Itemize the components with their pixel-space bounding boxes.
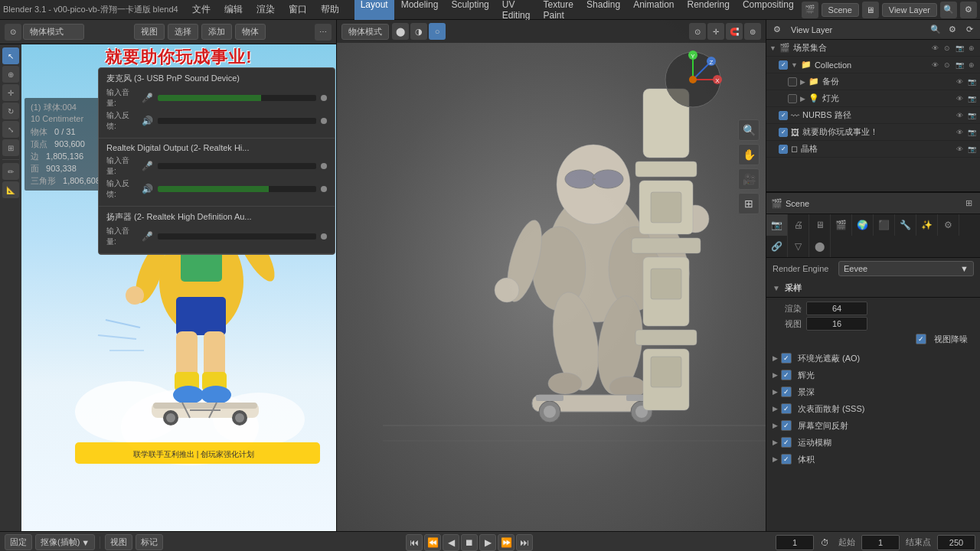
snap-icon[interactable]: 🧲 [726,23,743,40]
step-fwd-btn[interactable]: ▶ [479,534,496,551]
dof-expand-arrow[interactable]: ▶ [773,388,778,396]
volume-expand-arrow[interactable]: ▶ [773,455,778,463]
nurbs-render[interactable]: 📷 [966,110,977,121]
overlay-icon[interactable]: ⊙ [689,23,706,40]
view-layer-props-btn[interactable]: 🖥 [809,214,831,236]
collection-hide[interactable]: 👁 [929,60,940,70]
current-frame-field[interactable]: 1 [776,535,814,550]
interp-dropdown[interactable]: 抠像(插帧) ▼ [35,534,95,550]
measure-tool-icon[interactable]: 📐 [2,181,19,198]
workspace-animation[interactable]: Animation [627,0,680,22]
collection-expand[interactable]: ▼ [791,61,798,69]
playback-mode-dropdown[interactable]: 固定 [5,534,32,550]
lattice-hide[interactable]: 👁 [954,144,965,155]
nurbs-check[interactable]: ✓ [779,111,788,120]
view-layer-dropdown[interactable]: View Layer [882,3,937,17]
filter-icon[interactable]: ⚙ [960,2,977,18]
outliner-filter-icon[interactable]: ⚙ [945,22,960,37]
dof-check[interactable]: ✓ [781,386,792,397]
collection-check[interactable]: ✓ [779,60,788,70]
outliner-lights[interactable]: ▶ 💡 灯光 👁 📷 [766,90,980,107]
lattice-render[interactable]: 📷 [966,144,977,155]
material-props-btn[interactable]: ⬤ [809,236,831,257]
menu-window[interactable]: 窗口 [283,2,313,18]
workspace-rendering[interactable]: Rendering [681,0,736,22]
bloom-expand-arrow[interactable]: ▶ [773,371,778,379]
object-props-btn[interactable]: ⬛ [874,214,895,236]
workspace-sculpting[interactable]: Sculpting [445,0,495,22]
select-tool-icon[interactable]: ↖ [2,47,19,64]
move-tool-icon[interactable]: ✛ [2,84,19,101]
viewport-sample-value[interactable]: 16 [806,317,867,331]
constraints-props-btn[interactable]: 🔗 [766,236,788,257]
sampling-section-toggle[interactable]: ▼ 采样 [766,279,980,298]
backup-check[interactable] [788,77,797,86]
nurbs-hide[interactable]: 👁 [954,110,965,121]
scene-collection-restrict[interactable]: ⊙ [942,43,952,54]
step-back-btn[interactable]: ◀ [443,534,459,551]
audio-input-knob-1[interactable] [321,95,327,101]
proportional-icon[interactable]: ⊚ [744,23,761,40]
audio-device-3[interactable]: 扬声器 (2- Realtek High Definition Au... 输入… [99,207,335,254]
ao-expand-arrow[interactable]: ▶ [773,354,778,362]
add-tab[interactable]: 添加 [201,24,232,40]
scale-tool-icon[interactable]: ⤡ [2,121,19,138]
object-tab[interactable]: 物体 [235,24,266,40]
scene-dropdown[interactable]: Scene [822,3,859,17]
transform-tool-icon[interactable]: ⊞ [2,139,19,156]
menu-file[interactable]: 文件 [186,2,217,18]
audio-input-knob-2[interactable] [321,163,327,169]
bloom-check[interactable]: ✓ [781,370,792,380]
volume-check[interactable]: ✓ [781,454,792,465]
lattice-check[interactable]: ✓ [779,145,788,154]
particles-props-btn[interactable]: ✨ [916,214,938,236]
orbit-tool-btn[interactable]: 🎥 [738,168,760,190]
properties-expand-icon[interactable]: ⊞ [962,197,975,210]
scene-collection-expand[interactable]: ▼ [769,44,776,52]
pan-tool-btn[interactable]: ✋ [738,144,760,165]
vp-mode-dropdown[interactable]: 物体模式 [341,24,389,40]
image-render[interactable]: 📷 [966,127,977,138]
menu-edit[interactable]: 编辑 [218,2,249,18]
select-tab[interactable]: 选择 [168,24,198,40]
scene-collection-lock[interactable]: ⊕ [966,43,977,54]
audio-input-bar-3[interactable] [158,233,316,240]
sss-check[interactable]: ✓ [781,403,792,414]
output-props-btn[interactable]: 🖨 [788,214,809,236]
end-frame-field[interactable]: 250 [937,535,975,550]
zoom-tool-btn[interactable]: 🔍 [738,119,760,141]
motionblur-check[interactable]: ✓ [781,437,792,448]
audio-input-bar-1[interactable] [158,95,316,101]
jump-start-btn[interactable]: ⏮ [406,534,423,551]
prop-tabs-icon[interactable]: ⚙ [769,22,785,37]
menu-render[interactable]: 渲染 [250,2,281,18]
workspace-compositing[interactable]: Compositing [737,0,800,22]
workspace-texture-paint[interactable]: Texture Paint [537,0,580,22]
stop-btn[interactable]: ⏹ [461,534,478,551]
rotate-tool-icon[interactable]: ↻ [2,103,19,119]
outliner-image-obj[interactable]: ✓ 🖼 就要助你玩成事业！ 👁 📷 [766,124,980,141]
workspace-layout[interactable]: Layout [354,0,394,22]
audio-output-bar-2[interactable] [158,186,316,192]
collection-render[interactable]: 📷 [954,60,965,70]
workspace-modeling[interactable]: Modeling [395,0,445,22]
viewport-noise-check[interactable]: ✓ [916,334,926,344]
lights-hide[interactable]: 👁 [954,93,965,104]
jump-end-btn[interactable]: ⏭ [516,534,533,551]
collection-lock[interactable]: ⊕ [966,60,977,70]
outliner-collection[interactable]: ✓ ▼ 📁 Collection 👁 ⊙ 📷 ⊕ [766,57,980,73]
lights-check[interactable] [788,94,797,103]
scene-selector-icon[interactable]: 🎬 [802,2,818,18]
viewport-shading-material-icon[interactable]: ◑ [410,23,427,40]
prev-keyframe-btn[interactable]: ⏪ [424,534,441,551]
collection-restrict[interactable]: ⊙ [942,60,952,70]
nav-gizmo[interactable]: X Y Z [662,49,724,110]
start-frame-field[interactable]: 1 [861,535,900,550]
audio-device-2[interactable]: Realtek Digital Output (2- Realtek Hi...… [99,139,335,207]
world-props-btn[interactable]: 🌍 [852,214,874,236]
ssr-expand-arrow[interactable]: ▶ [773,422,778,429]
mode-dropdown[interactable]: 物体模式 [23,24,84,40]
modifier-props-btn[interactable]: 🔧 [895,214,916,236]
render-props-btn[interactable]: 📷 [766,214,788,236]
scene-collection-render[interactable]: 📷 [954,43,965,54]
